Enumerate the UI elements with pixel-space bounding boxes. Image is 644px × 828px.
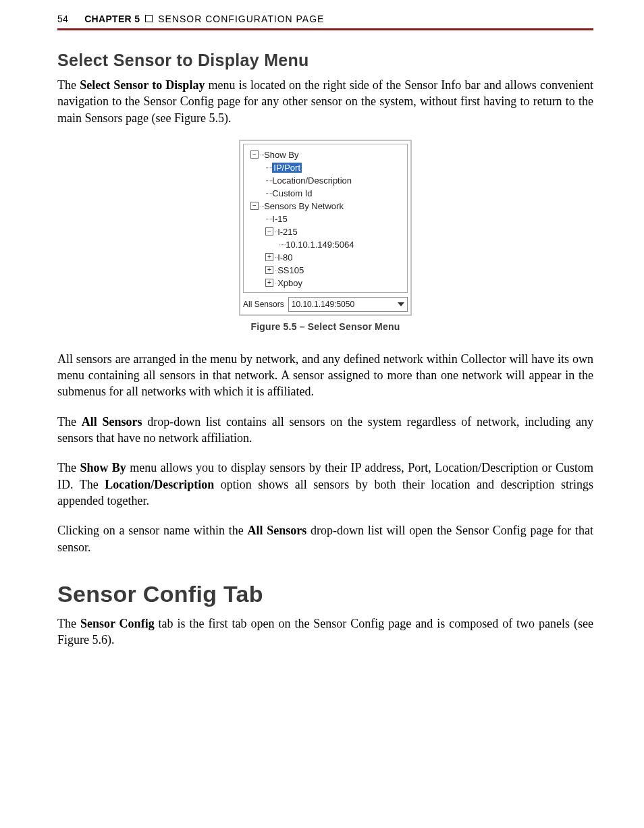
chapter-label: CHAPTER 5 — [84, 13, 140, 24]
tree-dots: ····· — [265, 189, 272, 197]
tree-label: I-80 — [277, 252, 292, 263]
tree-label: Xpboy — [277, 278, 302, 288]
all-sensors-row: All Sensors 10.10.1.149:5050 — [243, 297, 408, 312]
tree-dots: ····· — [265, 215, 272, 223]
paragraph: The Show By menu allows you to display s… — [57, 460, 593, 509]
tree-label: SS105 — [277, 265, 304, 275]
page-number: 54 — [57, 13, 68, 24]
tree-node-i80[interactable]: +··I-80 — [248, 251, 403, 264]
tree-dots: ····· — [265, 176, 272, 184]
paragraph: The All Sensors drop-down list contains … — [57, 414, 593, 447]
subsection-heading: Select Sensor to Display Menu — [57, 51, 593, 70]
figure: −···Show By ·····IP/Port ·····Location/D… — [57, 140, 593, 316]
tree-label-selected: IP/Port — [272, 163, 302, 173]
tree-label: Custom Id — [272, 188, 312, 198]
collapse-icon[interactable]: − — [265, 227, 273, 236]
page-header: 54 CHAPTER 5 SENSOR CONFIGURATION PAGE — [57, 13, 593, 30]
tree-label: Location/Description — [272, 175, 352, 186]
dropdown-value: 10.10.1.149:5050 — [292, 300, 354, 309]
tree-inner: −···Show By ·····IP/Port ·····Location/D… — [243, 144, 408, 293]
expand-icon[interactable]: + — [265, 279, 273, 287]
tree-label: 10.10.1.149:5064 — [286, 240, 354, 250]
tree-node-i215[interactable]: −··I-215 — [248, 225, 403, 238]
bold-text: Select Sensor to Display — [80, 78, 205, 92]
expand-icon[interactable]: + — [265, 266, 273, 274]
tree-node-sensors-by-network[interactable]: −···Sensors By Network — [248, 200, 403, 213]
tree-label: Show By — [264, 150, 298, 160]
document-page: 54 CHAPTER 5 SENSOR CONFIGURATION PAGE S… — [0, 0, 644, 702]
tree-node-location-description[interactable]: ·····Location/Description — [248, 174, 403, 187]
tree-label: Sensors By Network — [264, 201, 344, 211]
collapse-icon[interactable]: − — [250, 202, 259, 210]
tree-node-show-by[interactable]: −···Show By — [248, 148, 403, 161]
paragraph: The Select Sensor to Display menu is loc… — [57, 77, 593, 126]
figure-caption: Figure 5.5 – Select Sensor Menu — [57, 321, 593, 332]
tree-dots: ····· — [265, 163, 272, 171]
tree-node-xpboy[interactable]: +··Xpboy — [248, 277, 403, 289]
header-title: SENSOR CONFIGURATION PAGE — [158, 13, 324, 24]
expand-icon[interactable]: + — [265, 253, 273, 261]
chevron-down-icon — [398, 302, 404, 306]
tree-node-ip-port[interactable]: ·····IP/Port — [248, 161, 403, 174]
section-heading: Sensor Config Tab — [57, 581, 593, 607]
square-icon — [145, 15, 153, 22]
tree-node-custom-id[interactable]: ·····Custom Id — [248, 187, 403, 200]
all-sensors-label: All Sensors — [243, 300, 284, 309]
bold-text: Sensor Config — [80, 617, 155, 630]
bold-text: All Sensors — [247, 524, 306, 537]
tree-node-ip-entry[interactable]: ·····10.10.1.149:5064 — [248, 238, 403, 251]
bold-text: Show By — [80, 461, 126, 474]
tree-label: I-15 — [272, 214, 287, 224]
paragraph: Clicking on a sensor name within the All… — [57, 522, 593, 555]
tree-node-ss105[interactable]: +··SS105 — [248, 264, 403, 277]
bold-text: Location/Description — [105, 478, 214, 491]
all-sensors-dropdown[interactable]: 10.10.1.149:5050 — [288, 297, 408, 312]
tree-menu: −···Show By ·····IP/Port ·····Location/D… — [239, 140, 412, 316]
text: The — [57, 461, 80, 474]
text: The — [57, 617, 80, 630]
text: Clicking on a sensor name within the — [57, 524, 247, 537]
collapse-icon[interactable]: − — [250, 150, 259, 159]
bold-text: All Sensors — [82, 415, 142, 429]
tree-dots: ····· — [279, 240, 286, 248]
tree-label: I-215 — [277, 227, 298, 237]
tree-node-i15[interactable]: ·····I-15 — [248, 213, 403, 225]
paragraph: All sensors are arranged in the menu by … — [57, 351, 593, 400]
paragraph: The Sensor Config tab is the first tab o… — [57, 615, 593, 648]
text: The — [57, 78, 80, 92]
text: The — [57, 415, 82, 429]
